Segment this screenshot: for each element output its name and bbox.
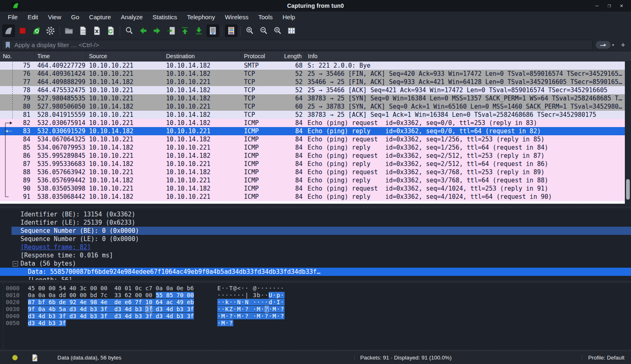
hex-segment: d3 4d b3 3f bbox=[28, 320, 66, 326]
open-file-button[interactable] bbox=[63, 25, 75, 37]
hex-bytes: 45 00 00 54 40 3c 00 00 40 01 0c c7 0a 0… bbox=[28, 285, 198, 292]
packet-row-87[interactable]: 87535.99533668310.10.14.18210.10.10.221I… bbox=[0, 160, 631, 168]
go-back-button[interactable] bbox=[137, 25, 149, 37]
hex-row-0010[interactable]: 00100a 0a 0a dd 00 00 bd 7c 33 62 00 00 … bbox=[0, 292, 631, 299]
detail-row[interactable]: −Data (56 bytes) bbox=[0, 259, 631, 268]
column-header-destination[interactable]: Destination bbox=[163, 51, 241, 61]
colorize-button[interactable] bbox=[225, 25, 237, 37]
packet-row-82[interactable]: 82532.03067591410.10.10.22110.10.14.182I… bbox=[0, 119, 631, 127]
packet-row-80[interactable]: 80527.98050605010.10.14.18210.10.10.221T… bbox=[0, 102, 631, 111]
packet-row-79[interactable]: 79527.98048553510.10.10.22110.10.14.182T… bbox=[0, 94, 631, 102]
zoom-out-button[interactable] bbox=[257, 25, 270, 37]
packet-row-88[interactable]: 88536.05766394210.10.10.22110.10.14.182I… bbox=[0, 168, 631, 176]
save-file-button[interactable]: 01011010 bbox=[77, 25, 89, 37]
packet-row-75[interactable]: 75464.40922772910.10.10.22110.10.14.182S… bbox=[0, 61, 631, 70]
resize-columns-button[interactable] bbox=[285, 25, 298, 37]
column-header-time[interactable]: Time bbox=[34, 51, 86, 61]
detail-row[interactable]: Data: 5585700087bf6bde924e984edee67f1064… bbox=[0, 268, 631, 276]
restart-capture-button[interactable] bbox=[30, 25, 43, 37]
reload-file-button[interactable] bbox=[105, 25, 117, 37]
menu-analyze[interactable]: Analyze bbox=[116, 11, 148, 23]
menu-edit[interactable]: Edit bbox=[23, 11, 43, 23]
hex-segment: 3f bbox=[146, 306, 153, 312]
cell-src: 10.10.14.182 bbox=[86, 143, 163, 152]
detail-row[interactable]: [Length: 56] bbox=[0, 276, 631, 280]
cell-time: 527.980485535 bbox=[34, 94, 86, 102]
packet-row-89[interactable]: 89536.05769944210.10.14.18210.10.10.221I… bbox=[0, 176, 631, 184]
apply-filter-button[interactable] bbox=[596, 41, 610, 49]
cell-src: 10.10.10.221 bbox=[86, 119, 163, 127]
packet-row-77[interactable]: 77464.40988829910.10.14.18210.10.10.221T… bbox=[0, 78, 631, 86]
column-header-protocol[interactable]: Protocol bbox=[241, 51, 281, 61]
detail-row[interactable]: [Response time: 0.016 ms] bbox=[0, 251, 631, 259]
maximize-button[interactable]: ❐ bbox=[603, 0, 615, 11]
arrow-right-icon bbox=[152, 26, 162, 36]
zoom-in-button[interactable] bbox=[244, 25, 256, 37]
menu-go[interactable]: Go bbox=[66, 11, 84, 23]
start-capture-button[interactable] bbox=[2, 25, 15, 37]
capture-options-button[interactable] bbox=[44, 25, 57, 37]
scrollbar-thumb[interactable] bbox=[626, 179, 630, 200]
cell-proto: ICMP bbox=[241, 143, 281, 152]
add-filter-button[interactable]: + bbox=[617, 41, 629, 49]
packet-row-84[interactable]: 84534.06706432510.10.10.22110.10.14.182I… bbox=[0, 135, 631, 143]
hex-row-0020[interactable]: 002087 bf 6b de 92 4e 98 4e de e6 7f 10 … bbox=[0, 299, 631, 306]
filter-dropdown-caret[interactable]: ▾ bbox=[612, 43, 614, 47]
packet-row-91[interactable]: 91538.03506844210.10.14.18210.10.10.221I… bbox=[0, 193, 631, 201]
go-forward-button[interactable] bbox=[151, 25, 163, 37]
menu-view[interactable]: View bbox=[43, 11, 66, 23]
filter-bookmark-icon[interactable] bbox=[5, 41, 11, 49]
menu-help[interactable]: Help bbox=[278, 11, 300, 23]
go-to-packet-button[interactable] bbox=[165, 25, 177, 37]
column-header-info[interactable]: Info bbox=[305, 51, 631, 61]
menu-wireless[interactable]: Wireless bbox=[220, 11, 253, 23]
minimize-button[interactable]: – bbox=[591, 0, 603, 11]
auto-scroll-button[interactable] bbox=[207, 25, 219, 37]
hex-row-0040[interactable]: 0040d3 4d b3 3f d3 4d b3 3f d3 4d b3 3f … bbox=[0, 313, 631, 320]
close-file-button[interactable] bbox=[91, 25, 103, 37]
expert-info-icon[interactable] bbox=[12, 355, 18, 360]
hex-row-0030[interactable]: 00309f 0a 4b 5a d3 4d b3 3f d3 4d b3 3f … bbox=[0, 306, 631, 313]
packet-row-76[interactable]: 76464.40936142410.10.10.22110.10.14.182T… bbox=[0, 70, 631, 78]
packet-row-81[interactable]: 81528.04191555910.10.10.22110.10.14.182T… bbox=[0, 111, 631, 119]
find-packet-button[interactable] bbox=[123, 25, 135, 37]
go-last-packet-button[interactable] bbox=[193, 25, 205, 37]
collapse-toggle-icon[interactable]: − bbox=[13, 261, 18, 266]
pane-splitter-top[interactable] bbox=[0, 204, 631, 209]
zoom-reset-button[interactable] bbox=[271, 25, 284, 37]
detail-row[interactable]: Sequence Number (BE): 0 (0x0000) bbox=[0, 227, 631, 235]
packet-row-86[interactable]: 86535.99528984510.10.10.22110.10.14.182I… bbox=[0, 152, 631, 160]
menu-file[interactable]: File bbox=[3, 11, 23, 23]
packet-row-78[interactable]: 78464.47553247510.10.10.22110.10.14.182T… bbox=[0, 86, 631, 94]
ascii-bytes: ··k··N·N ····d·I· bbox=[217, 299, 285, 306]
display-filter-input[interactable]: Apply a display filter … <Ctrl-/> bbox=[2, 40, 592, 50]
profile-status[interactable]: Profile: Default bbox=[582, 355, 631, 361]
packet-row-90[interactable]: 90538.03505309810.10.10.22110.10.14.182I… bbox=[0, 184, 631, 193]
detail-text: Data (56 bytes) bbox=[21, 260, 76, 267]
menu-statistics[interactable]: Statistics bbox=[148, 11, 182, 23]
go-first-packet-button[interactable] bbox=[179, 25, 191, 37]
stop-capture-button[interactable] bbox=[16, 25, 29, 37]
detail-row[interactable]: Sequence Number (LE): 0 (0x0000) bbox=[0, 235, 631, 243]
detail-row[interactable]: Identifier (BE): 13154 (0x3362) bbox=[0, 210, 631, 218]
packet-list-scrollbar[interactable] bbox=[625, 61, 631, 204]
hex-offset: 0050 bbox=[6, 320, 22, 327]
detail-row[interactable]: Identifier (LE): 25139 (0x6233) bbox=[0, 218, 631, 227]
packet-row-85[interactable]: 85534.06707995310.10.14.18210.10.10.221I… bbox=[0, 143, 631, 152]
column-header-source[interactable]: Source bbox=[86, 51, 163, 61]
column-header-length[interactable]: Length bbox=[281, 51, 305, 61]
selected-field-status: Data (data.data), 56 bytes bbox=[57, 355, 121, 361]
cell-dst: 10.10.14.182 bbox=[163, 119, 241, 127]
packet-row-83[interactable]: 83532.03069152910.10.14.18210.10.10.221I… bbox=[0, 127, 631, 135]
capture-comment-icon[interactable] bbox=[31, 354, 39, 362]
menu-capture[interactable]: Capture bbox=[84, 11, 116, 23]
column-header-no[interactable]: No. bbox=[0, 51, 34, 61]
menu-tools[interactable]: Tools bbox=[253, 11, 278, 23]
menu-telephony[interactable]: Telephony bbox=[182, 11, 220, 23]
detail-text: [Length: 56] bbox=[28, 276, 72, 280]
close-button[interactable]: ✕ bbox=[615, 0, 628, 11]
hex-row-0000[interactable]: 000045 00 00 54 40 3c 00 00 40 01 0c c7 … bbox=[0, 285, 631, 292]
pane-splitter-bottom[interactable] bbox=[0, 280, 631, 283]
hex-row-0050[interactable]: 0050d3 4d b3 3f·M·? bbox=[0, 320, 631, 327]
detail-row[interactable]: [Request frame: 82] bbox=[0, 243, 631, 251]
